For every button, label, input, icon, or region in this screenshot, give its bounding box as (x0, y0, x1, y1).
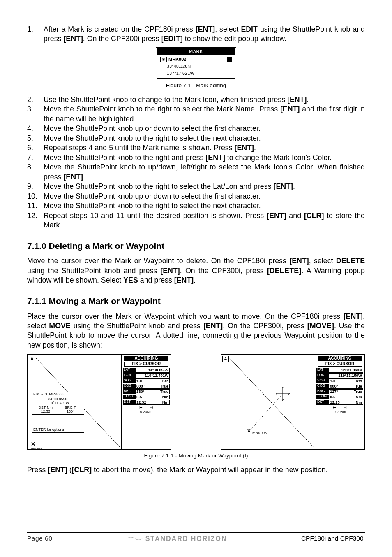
figure-caption-1: Figure 7.1 - Mark editing (27, 82, 365, 89)
step-item: 10.Move the ShuttlePoint knob up or down… (27, 192, 365, 201)
step-item: 12.Repeat steps 10 and 11 until the desi… (27, 211, 365, 230)
steps-list-b: 2.Use the ShuttlePoint knob to change to… (27, 95, 365, 230)
mark-lat: 33°48.328N (167, 63, 191, 70)
step-item: 6.Repeat steps 4 and 5 until the Mark na… (27, 143, 365, 153)
figure-right: A✕MRK003ACQUIRINGFIX > CURSORLAT34°01.36… (221, 354, 365, 450)
section-711-body: Place the cursor over the Mark or Waypoi… (27, 312, 365, 350)
step-item: 7.Move the ShuttlePoint knob to the righ… (27, 153, 365, 162)
color-box (227, 57, 232, 62)
figure-row: A✕MRK003FIX → ✕ MRK00334°00.855N119°11.4… (27, 354, 365, 450)
step-item: 9.Move the ShuttlePoint knob to the righ… (27, 182, 365, 191)
model-text: CPF180i and CPF300i (301, 534, 365, 543)
figure-caption-2: Figure 7.1.1 - Moving Mark or Waypoint (… (27, 452, 365, 460)
brand-logo: STANDARD HORIZON (127, 534, 227, 543)
figure-left: A✕MRK003FIX → ✕ MRK00334°00.855N119°11.4… (27, 354, 171, 450)
closing-text: Press [ENT] ([CLR] to abort the move), t… (27, 465, 365, 475)
step-item: 4.Move the ShuttlePoint knob up or down … (27, 124, 365, 133)
step-item: 2.Use the ShuttlePoint knob to change to… (27, 95, 365, 104)
section-711-title: 7.1.1 Moving a Mark or Waypoint (27, 295, 365, 307)
step-item: 5.Move the ShuttlePoint knob to the righ… (27, 134, 365, 143)
step-item: 1.After a Mark is created on the CPF180i… (27, 25, 365, 44)
popup-title: MARK (157, 49, 235, 55)
step-item: 3.Move the ShuttlePoint knob to the righ… (27, 104, 365, 124)
steps-list-a: 1.After a Mark is created on the CPF180i… (27, 25, 365, 44)
mark-edit-popup: MARK ◉ MRK002 33°48.328N 137°17.621W (156, 47, 236, 79)
page-footer: Page 60 STANDARD HORIZON CPF180i and CPF… (27, 532, 365, 543)
mark-lon: 137°17.621W (167, 70, 194, 77)
step-item: 11.Move the ShuttlePoint knob to the rig… (27, 201, 365, 211)
step-item: 8.Move the ShuttlePoint knob to up/down,… (27, 162, 365, 182)
section-710-body: Move the cursor over the Mark or Waypoin… (27, 256, 365, 285)
page-number: Page 60 (27, 534, 52, 543)
mark-icon: ◉ (160, 57, 167, 62)
section-710-title: 7.1.0 Deleting a Mark or Waypoint (27, 240, 365, 252)
mark-name: MRK002 (168, 56, 186, 63)
